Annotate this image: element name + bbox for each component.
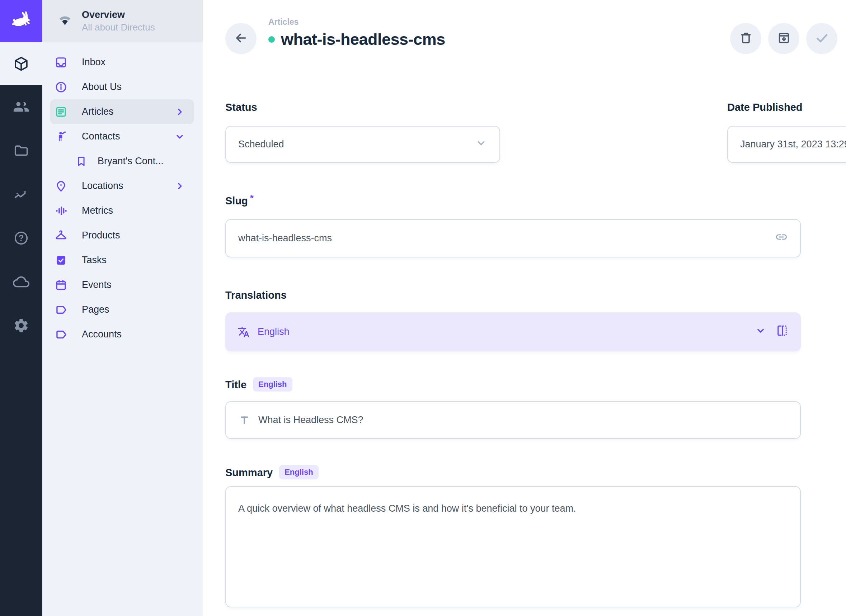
translations-value: English — [258, 326, 755, 337]
breadcrumb[interactable]: Articles — [268, 17, 298, 27]
sidebar-item-pages[interactable]: Pages — [50, 297, 194, 322]
status-select[interactable]: Scheduled — [225, 126, 500, 163]
title-label: Title English — [225, 378, 292, 392]
date-published-value: January 31st, 2023 13:29 — [740, 139, 846, 150]
sidebar-item-metrics[interactable]: Metrics — [50, 198, 194, 223]
tag-icon — [54, 328, 68, 341]
sidebar-item-about-us[interactable]: About Us — [50, 75, 194, 99]
module-content[interactable] — [0, 42, 42, 85]
directus-rabbit-icon — [9, 9, 33, 34]
language-badge: English — [253, 377, 292, 392]
title-input[interactable]: What is Headless CMS? — [225, 401, 801, 439]
summary-value: A quick overview of what headless CMS is… — [238, 502, 576, 515]
chevron-down-icon — [475, 137, 487, 152]
required-marker: * — [250, 192, 254, 204]
translations-label: Translations — [225, 289, 287, 301]
chevron-down-icon[interactable] — [755, 325, 766, 339]
arrow-left-icon — [234, 31, 248, 46]
sidebar-item-label: Contacts — [82, 131, 120, 142]
summary-textarea[interactable]: A quick overview of what headless CMS is… — [225, 486, 801, 607]
module-file-library[interactable] — [0, 129, 42, 173]
hanger-icon — [54, 229, 68, 242]
gauge-icon — [57, 13, 72, 29]
help-icon: ? — [13, 230, 29, 246]
page-title: what-is-headless-cms — [281, 30, 445, 49]
box-icon — [13, 56, 29, 72]
module-bar: ? — [0, 0, 42, 616]
insights-icon — [13, 186, 29, 202]
sidebar-item-label: Events — [82, 279, 112, 290]
title-value: What is Headless CMS? — [258, 415, 788, 425]
status-label: Status — [225, 101, 257, 113]
archive-button[interactable] — [768, 23, 799, 54]
sidebar-item-inbox[interactable]: Inbox — [50, 50, 194, 75]
cloud-icon — [13, 274, 29, 290]
trash-icon — [739, 31, 753, 46]
sidebar-item-label: Articles — [82, 106, 114, 117]
translations-select[interactable]: English — [225, 312, 801, 351]
chevron-right-icon — [174, 181, 185, 191]
module-settings[interactable] — [0, 304, 42, 348]
module-cloud[interactable] — [0, 260, 42, 304]
split-view-icon[interactable] — [776, 324, 789, 340]
link-icon — [775, 230, 788, 246]
sidebar-item-articles[interactable]: Articles — [50, 99, 194, 124]
sidebar-item-label: Locations — [82, 180, 123, 191]
sidebar-item-label: Tasks — [82, 255, 107, 266]
sidebar-item-label: Pages — [82, 304, 109, 315]
equalizer-icon — [54, 204, 68, 217]
task-icon — [54, 254, 68, 267]
status-value: Scheduled — [238, 139, 475, 150]
check-icon — [814, 30, 830, 47]
app: ? — [0, 0, 846, 616]
chevron-right-icon — [174, 107, 185, 117]
directus-logo[interactable] — [0, 0, 42, 42]
sidebar-item-label: Products — [82, 230, 120, 241]
text-title-icon — [238, 414, 250, 426]
sidebar-item-label: Bryant's Cont... — [98, 155, 164, 167]
sidebar-item-tasks[interactable]: Tasks — [50, 248, 194, 273]
bookmark-icon — [75, 155, 88, 167]
sidebar-item-products[interactable]: Products — [50, 223, 194, 248]
slug-value: what-is-headless-cms — [238, 233, 775, 244]
project-titles: Overview All about Directus — [82, 9, 155, 33]
inbox-icon — [54, 56, 68, 69]
delete-button[interactable] — [730, 23, 761, 54]
sidebar-item-contacts[interactable]: Contacts — [50, 124, 194, 149]
project-subtitle: All about Directus — [82, 22, 155, 33]
sidebar-item-accounts[interactable]: Accounts — [50, 322, 194, 347]
date-published-input[interactable]: January 31st, 2023 13:29 — [727, 126, 846, 163]
archive-icon — [777, 31, 791, 46]
module-help[interactable]: ? — [0, 216, 42, 260]
gear-icon — [13, 317, 29, 334]
nav-list: Inbox About Us — [42, 50, 203, 347]
sidebar-item-locations[interactable]: Locations — [50, 173, 194, 198]
sidebar-item-events[interactable]: Events — [50, 273, 194, 297]
calendar-icon — [54, 279, 68, 292]
chevron-down-icon — [174, 131, 185, 142]
project-header[interactable]: Overview All about Directus — [42, 0, 203, 42]
save-button[interactable] — [806, 23, 837, 54]
language-badge: English — [279, 465, 318, 480]
slug-label: Slug * — [225, 195, 254, 207]
module-insights[interactable] — [0, 173, 42, 216]
svg-text:?: ? — [19, 233, 24, 243]
date-published-label: Date Published — [727, 101, 803, 113]
sidebar-item-bryants-contacts[interactable]: Bryant's Cont... — [50, 149, 194, 173]
module-user-directory[interactable] — [0, 85, 42, 129]
project-title: Overview — [82, 9, 155, 21]
info-icon — [54, 81, 68, 94]
pin-icon — [54, 180, 68, 192]
back-button[interactable] — [225, 23, 257, 54]
main-content: Articles what-is-headless-cms — [203, 0, 846, 616]
translate-icon — [238, 326, 250, 338]
title-row: what-is-headless-cms — [268, 30, 445, 49]
sidebar-item-label: Metrics — [82, 205, 113, 216]
person-icon — [54, 130, 68, 143]
summary-label: Summary English — [225, 465, 319, 480]
sidebar-item-label: Accounts — [82, 329, 122, 340]
people-icon — [13, 98, 29, 115]
folder-icon — [13, 142, 29, 159]
slug-input[interactable]: what-is-headless-cms — [225, 219, 801, 257]
nav-sidebar: Overview All about Directus Inbox — [42, 0, 203, 616]
